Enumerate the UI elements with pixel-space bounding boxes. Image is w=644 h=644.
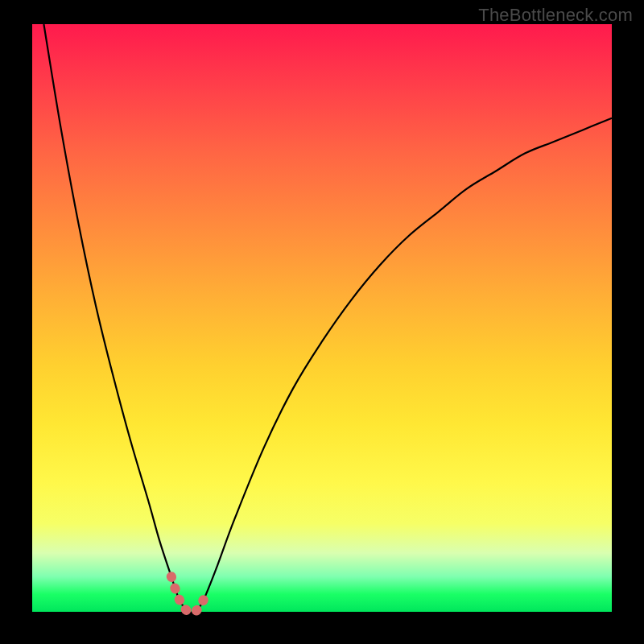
chart-curve-main: [43, 24, 612, 613]
chart-svg: [32, 24, 612, 612]
chart-frame: [32, 24, 612, 612]
watermark-text: TheBottleneck.com: [478, 5, 633, 26]
